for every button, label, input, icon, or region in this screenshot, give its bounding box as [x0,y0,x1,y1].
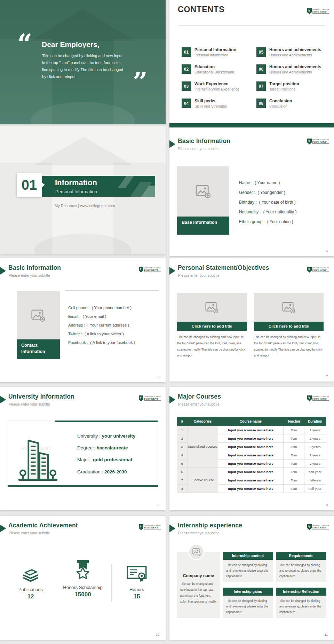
slide-subtitle: Please enter your subtitle [178,531,219,535]
cell-teacher: Tom [284,426,304,434]
cell-course: Input you rcourse name here [218,426,284,434]
add-title-bar[interactable]: Click here to add title [177,322,247,331]
company-name: Company name [177,573,220,578]
item-subtitle: Educational Background [194,70,257,74]
field-value: ( Your email ) [83,314,106,319]
caption-text: Title can be changed by clicking and new… [254,334,324,359]
cell-course: Input you rcourse name here [218,468,284,476]
slide-university-information[interactable]: University Information Please enter your… [0,387,166,510]
image-placeholder[interactable] [254,293,324,322]
slide-title: Academic Achievement [8,522,78,529]
cell-teacher: Tom [284,468,304,476]
fortkent-logo: UNIVERSITY OF MAINEFORT KENT [307,8,329,14]
field-value: ( Your gender ) [257,190,285,195]
quote-heading: Dear Employers, [42,40,100,49]
item-number-badge: 05 [256,47,266,57]
field-label: Email : [68,314,80,319]
col-header: Course name [218,417,284,426]
card-title-bar: Requirements [276,552,326,560]
divider [178,25,326,26]
arrow-right-notch-icon [41,182,45,188]
table-row: 1Specialized coursesInput you rcourse na… [177,426,326,434]
slide-basic-information-contact[interactable]: Basic Information Please enter your subt… [0,258,166,382]
divider [236,230,329,230]
internship-card-gains: Internship gains Title can be changed by… [223,588,273,618]
item-subtitle: Honors and Achievements [269,70,332,74]
field-value: ( Your name ) [255,180,280,185]
statement-card: Click here to add title Title can be cha… [177,293,247,359]
slide-section-01[interactable]: 01 Information Personal Information My R… [0,126,166,254]
cell-teacher: Tom [284,443,304,451]
stat-honors: Honors 15 [111,560,163,600]
cell-duration: 2 years [304,434,326,443]
section-arrow-icon [169,140,175,148]
contents-footer-bar [169,123,334,127]
stat-label: Honors Scholarship [57,585,109,590]
slide-personal-statement[interactable]: Personal Statement/Objectives Please ent… [169,258,334,382]
section-subtitle: Personal Information [55,189,97,194]
section-number: 01 [22,177,37,193]
divider [54,564,54,602]
col-header: # [177,417,188,426]
fortkent-logo: UNIVERSITY OF MAINEFORT KENT [307,524,329,530]
section-arrow-icon [169,396,175,403]
field-label: Ethnic group : [239,219,265,224]
field-label: Major : [77,457,92,462]
cell-category: Specialized courses [188,426,218,468]
slide-contents[interactable]: CONTENTS UNIVERSITY OF MAINEFORT KENT 01… [169,0,334,127]
cell-num: 7 [177,476,188,485]
stat-value: 12 [5,593,57,600]
page-number: 6 [158,375,159,379]
slide-subtitle: Please enter your subtitle [9,531,50,535]
slide-subtitle: Please enter your subtitle [9,402,50,406]
cell-course: Input you rcourse name here [218,451,284,460]
field-value: ( Your date of birth ) [259,200,295,205]
item-title: Personal Information [194,47,257,52]
slide-academic-achievement[interactable]: Academic Achievement Please enter your s… [0,516,166,640]
company-avatar[interactable] [188,544,205,560]
cell-teacher: Tom [284,485,304,493]
slide-basic-information-base[interactable]: Basic Information Please enter your subt… [169,128,334,256]
col-header: Categories [188,417,218,426]
accent-line [8,485,158,487]
internship-card-content: Internship content Title can be changed … [223,552,273,582]
image-placeholder[interactable] [177,293,247,322]
stat-label: Honors [111,587,163,592]
logo-shield-icon [307,139,312,144]
resume-footer-text: My Resumes | www.collegeppt.com [55,204,115,208]
section-arrow-icon [0,525,6,532]
stat-scholarship: Honors Scholarship 15000 [57,558,109,598]
add-image-icon [282,302,295,313]
image-placeholder[interactable] [177,166,229,217]
cell-num: 5 [177,460,188,468]
slide-quote[interactable]: “ Dear Employers, Title can be changed b… [0,0,166,124]
field-label: University : [77,433,101,439]
page-number: 9 [326,503,328,507]
card-body-text: Title can be changed by clicking and re-… [223,596,273,618]
slide-title: Personal Statement/Objectives [178,264,269,272]
add-title-bar[interactable]: Click here to add title [254,322,324,331]
slide-title: Major Courses [178,393,221,400]
field-label: Name : [239,180,253,185]
item-subtitle: Conclusion [269,104,332,108]
add-image-icon [192,548,201,556]
item-subtitle: Internship/Work Experience [194,87,257,91]
field-label: Cell phone : [68,306,89,310]
cell-duration: 2 years [304,460,326,468]
item-title: Honors and achievements [269,47,332,52]
card-title-bar: Internship Reflection [276,588,326,596]
cell-duration: half-year [304,468,326,476]
item-subtitle: Skills and Strengths [194,104,257,108]
cell-num: 2 [177,434,188,443]
table-row: 6Elective courseInput you rcourse name h… [177,468,326,476]
section-arrow-icon [169,525,175,532]
section-arrow-icon [169,267,175,275]
logo-shield-icon [307,395,312,401]
field-value: baccalaureate [97,445,128,450]
logo-shield-icon [307,267,312,273]
slide-major-courses[interactable]: Major Courses Please enter your subtitle… [169,387,334,510]
image-placeholder[interactable] [17,291,60,339]
item-title: Conclusion [269,99,332,103]
slide-internship-experience[interactable]: Internship experience Please enter your … [169,516,334,640]
page-number: 5 [326,249,328,253]
